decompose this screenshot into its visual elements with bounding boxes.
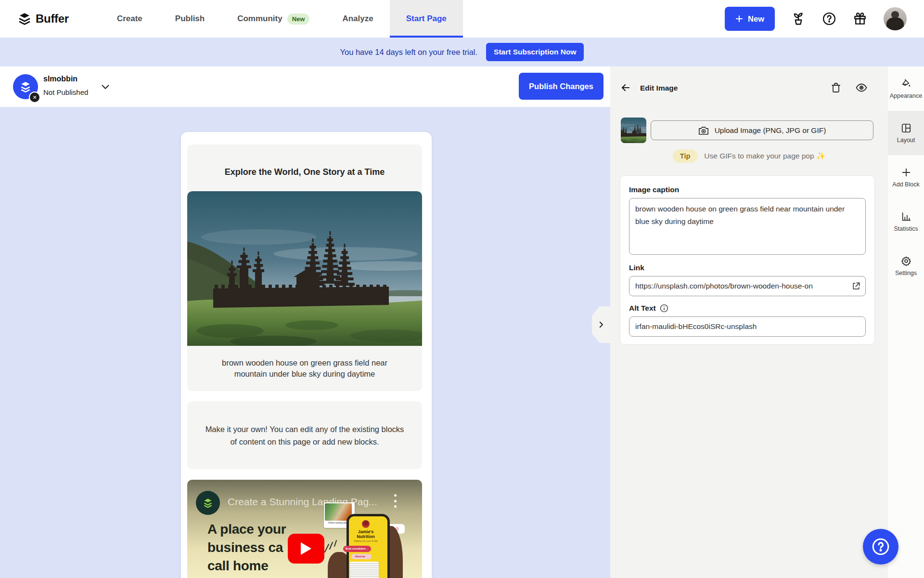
new-button[interactable]: New — [725, 7, 775, 31]
tip-text: Use GIFs to make your page pop ✨ — [704, 152, 825, 160]
trial-banner: You have 14 days left on your free trial… — [0, 38, 924, 66]
caption-textarea[interactable]: brown wooden house on green grass field … — [629, 198, 866, 255]
caption-label: Image caption — [629, 185, 866, 194]
gift-icon[interactable] — [853, 12, 867, 26]
unpublished-badge-icon: ✕ — [29, 92, 40, 103]
new-badge: New — [287, 13, 310, 25]
external-link-icon[interactable] — [851, 281, 861, 291]
help-icon[interactable] — [822, 12, 836, 26]
plus-icon — [901, 167, 911, 178]
nav-item-analyze[interactable]: Analyze — [326, 0, 389, 38]
buffer-logo[interactable]: Buffer — [17, 12, 69, 26]
page-title: Explore the World, One Story at a Time — [225, 167, 385, 177]
page-card: Explore the World, One Story at a Time b… — [181, 132, 432, 578]
back-arrow-icon[interactable] — [620, 82, 631, 93]
account-name: slmobbin — [43, 75, 77, 83]
help-fab-button[interactable] — [863, 529, 898, 565]
navbar-actions: New — [725, 0, 924, 38]
edit-image-panel: Edit Image Upload Image (PNG, JPG or GIF… — [610, 66, 888, 578]
youtube-play-button[interactable] — [288, 534, 324, 564]
video-block[interactable]: Create a Stunning Landing Pag... A place… — [187, 480, 422, 578]
layout-icon — [901, 123, 911, 133]
publish-changes-button[interactable]: Publish Changes — [519, 73, 603, 100]
tip-badge: Tip — [673, 149, 697, 163]
paint-bucket-icon — [901, 79, 911, 89]
text-block[interactable]: Make it your own! You can edit any of th… — [187, 401, 422, 469]
buffer-channel-icon — [196, 491, 220, 515]
gear-icon — [901, 256, 911, 266]
account-status: Not Published — [43, 88, 88, 96]
phone-cta-button: Book consultation → — [343, 546, 371, 552]
alt-text-input[interactable] — [629, 316, 866, 337]
nav-item-publish[interactable]: Publish — [159, 0, 221, 38]
bar-chart-icon — [901, 211, 911, 222]
chevron-right-icon — [597, 320, 605, 329]
camera-icon — [698, 126, 709, 135]
image-form-card: Image caption brown wooden house on gree… — [620, 175, 875, 345]
buffer-avatar-icon — [18, 79, 33, 94]
chevron-down-icon[interactable] — [100, 81, 111, 92]
sidebar-item-layout[interactable]: Layout — [888, 111, 924, 155]
link-input[interactable] — [629, 276, 866, 296]
video-headline: A place your business ca call home — [207, 520, 286, 575]
buffer-brand-icon — [17, 12, 32, 26]
user-avatar[interactable] — [884, 7, 907, 30]
phone-page-name: Jamie's Nutrition — [349, 529, 383, 539]
editor-sidebar: Appearance Layout Add Block Statistics S… — [888, 66, 924, 578]
image-thumbnail[interactable] — [621, 118, 646, 143]
alt-text-label: Alt Text — [629, 304, 866, 313]
link-label: Link — [629, 263, 866, 272]
app-window: Buffer Create Publish Community New Anal… — [0, 0, 924, 578]
start-page-preview: Explore the World, One Story at a Time b… — [0, 107, 610, 578]
temple-photo — [187, 191, 422, 346]
image-caption-text: brown wooden house on green grass field … — [187, 346, 422, 380]
edit-panel-header: Edit Image — [610, 66, 888, 93]
phone-subtitle: Helping You Love To Eat — [349, 540, 383, 542]
brand-name: Buffer — [36, 12, 69, 26]
sidebar-item-add-block[interactable]: Add Block — [888, 155, 924, 199]
plus-icon — [735, 15, 743, 23]
info-icon[interactable] — [660, 304, 668, 313]
plant-icon[interactable] — [791, 12, 806, 26]
question-circle-icon — [870, 536, 891, 557]
phone-text-box — [350, 562, 379, 578]
text-block-content: Make it your own! You can edit any of th… — [187, 423, 422, 448]
start-subscription-button[interactable]: Start Subscription Now — [486, 43, 584, 61]
nav-item-create[interactable]: Create — [101, 0, 159, 38]
video-menu-icon[interactable] — [394, 494, 397, 508]
sidebar-item-settings[interactable]: Settings — [888, 244, 924, 288]
trial-message: You have 14 days left on your free trial… — [340, 48, 478, 57]
edit-panel-title: Edit Image — [640, 84, 678, 92]
nav-item-community[interactable]: Community New — [221, 0, 326, 38]
image-block[interactable]: brown wooden house on green grass field … — [187, 191, 422, 391]
phone-mockup: Jamie's Nutrition Helping You Love To Ea… — [346, 514, 390, 578]
phone-avatar — [362, 520, 370, 528]
upload-image-button[interactable]: Upload Image (PNG, JPG or GIF) — [651, 120, 873, 140]
top-navbar: Buffer Create Publish Community New Anal… — [0, 0, 924, 38]
primary-nav: Create Publish Community New Analyze Sta… — [101, 0, 463, 38]
eye-icon[interactable] — [856, 83, 867, 92]
trash-icon[interactable] — [831, 82, 841, 93]
phone-about-button: About me → — [351, 554, 372, 559]
nav-item-start-page[interactable]: Start Page — [390, 0, 463, 38]
sidebar-item-appearance[interactable]: Appearance — [888, 66, 924, 111]
sidebar-item-statistics[interactable]: Statistics — [888, 199, 924, 244]
tip-row: Tip Use GIFs to make your page pop ✨ — [610, 149, 888, 163]
sparkle-lines — [323, 530, 337, 555]
